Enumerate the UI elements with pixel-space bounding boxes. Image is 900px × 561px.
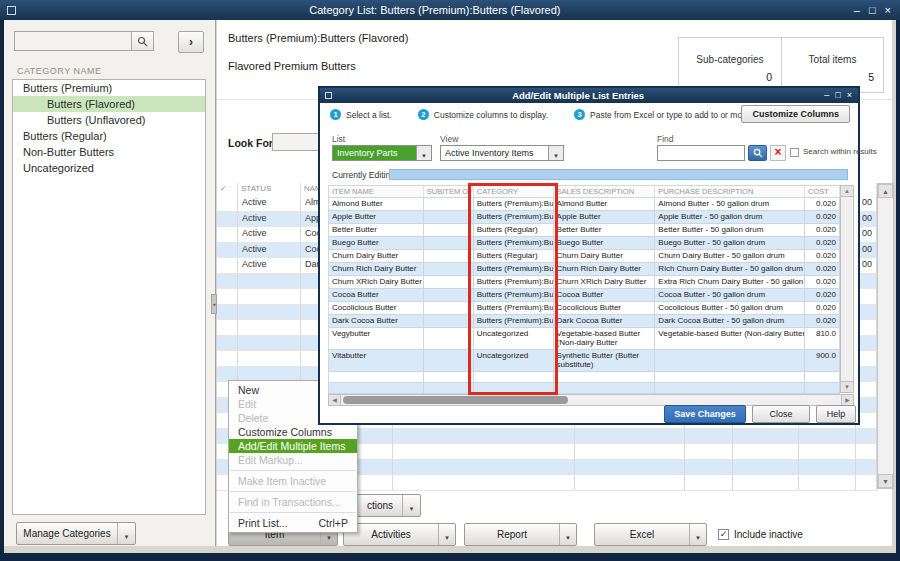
currently-editing-field[interactable] [389, 169, 848, 180]
grid-cell[interactable]: 0.020 [805, 263, 840, 276]
grid-cell[interactable]: Synthetic Butter (Butter substitute) [554, 350, 656, 372]
grid-cell[interactable]: Churn Rich Dairy Butter [329, 263, 424, 276]
grid-cell[interactable]: Vegybutter [329, 328, 424, 350]
grid-cell[interactable] [424, 315, 474, 328]
grid-row[interactable]: Churn XRich Dairy ButterButters (Premium… [329, 276, 840, 289]
grid-row[interactable]: Apple ButterButters (Premium):Bu...Apple… [329, 211, 840, 224]
grid-cell[interactable]: Churn Dairy Butter [329, 250, 424, 263]
grid-cell[interactable]: Vegetable-based Butter (Non-dairy Butter… [554, 328, 656, 350]
grid-cell[interactable]: Butters (Regular) [474, 250, 554, 263]
grid-cell[interactable] [424, 350, 474, 372]
dialog-minimize-button[interactable]: – [824, 91, 829, 100]
grid-cell[interactable]: Dark Cocoa Butter [554, 315, 656, 328]
chevron-down-icon[interactable] [416, 146, 431, 160]
grid-cell[interactable]: Uncategorized [474, 350, 554, 372]
sidebar-item-butters-flavored-[interactable]: Butters (Flavored) [13, 96, 205, 112]
grid-cell[interactable]: 0.020 [805, 289, 840, 302]
close-dialog-button[interactable]: Close [752, 405, 810, 423]
view-dropdown[interactable]: Active Inventory Items [440, 145, 564, 161]
grid-cell[interactable]: Uncategorized [474, 328, 554, 350]
maximize-button[interactable]: □ [869, 5, 876, 16]
grid-cell[interactable]: Cocoa Butter - 50 gallon drum [655, 289, 805, 302]
report-button[interactable]: Report [464, 523, 577, 546]
grid-cell[interactable]: Butters (Premium):Bu... [474, 276, 554, 289]
grid-cell[interactable]: Almond Butter [554, 198, 656, 211]
dialog-close-button[interactable]: × [847, 91, 852, 100]
manage-categories-button[interactable]: Manage Categories [16, 522, 136, 545]
grid-cell[interactable]: Cocolicious Butter - 50 gallon drum [655, 302, 805, 315]
grid-cell[interactable]: 0.020 [805, 315, 840, 328]
scroll-left-icon[interactable]: ◀ [329, 395, 341, 405]
grid-cell[interactable]: Buego Butter [329, 237, 424, 250]
grid-row[interactable]: Churn Rich Dairy ButterButters (Premium)… [329, 263, 840, 276]
menu-item-customize-columns[interactable]: Customize Columns [229, 425, 357, 439]
grid-cell[interactable]: Cocoa Butter [329, 289, 424, 302]
grid-cell[interactable]: Butters (Premium):Bu... [474, 211, 554, 224]
grid-cell[interactable] [424, 276, 474, 289]
grid-cell[interactable]: Apple Butter [329, 211, 424, 224]
grid-cell[interactable]: Buego Butter - 50 gallon drum [655, 237, 805, 250]
vertical-scrollbar[interactable]: ▲ ▼ [877, 183, 894, 489]
sidebar-item-butters-regular-[interactable]: Butters (Regular) [13, 128, 205, 144]
chevron-down-icon[interactable] [438, 524, 455, 545]
grid-cell[interactable] [655, 350, 805, 372]
grid-row[interactable]: Almond ButterButters (Premium):Bu...Almo… [329, 198, 840, 211]
grid-cell[interactable]: Butters (Premium):Bu... [474, 289, 554, 302]
transactions-button[interactable]: ctions [357, 494, 421, 517]
activities-button[interactable]: Activities [343, 523, 456, 546]
grid-row[interactable]: Cocoa ButterButters (Premium):Bu...Cocoa… [329, 289, 840, 302]
chevron-down-icon[interactable] [402, 495, 420, 516]
grid-cell[interactable]: Butters (Premium):Bu... [474, 263, 554, 276]
grid-cell[interactable]: Cocoa Butter [554, 289, 656, 302]
grid-cell[interactable] [424, 198, 474, 211]
grid-cell[interactable]: Butters (Premium):Bu... [474, 302, 554, 315]
grid-cell[interactable]: Vitabutter [329, 350, 424, 372]
grid-cell[interactable]: Apple Butter - 50 gallon drum [655, 211, 805, 224]
grid-cell[interactable]: 810.0 [805, 328, 840, 350]
grid-cell[interactable]: Churn Dairy Butter [554, 250, 656, 263]
grid-row[interactable]: Buego ButterButters (Premium):Bu...Buego… [329, 237, 840, 250]
grid-cell[interactable] [424, 237, 474, 250]
find-input[interactable] [657, 145, 745, 161]
sidebar-item-butters-premium-[interactable]: Butters (Premium) [13, 80, 205, 96]
dialog-maximize-button[interactable]: □ [835, 91, 840, 100]
grid-cell[interactable]: 0.020 [805, 302, 840, 315]
grid-cell[interactable]: 0.020 [805, 224, 840, 237]
customize-columns-button[interactable]: Customize Columns [741, 105, 850, 123]
grid-cell[interactable]: Buego Butter [554, 237, 656, 250]
grid-cell[interactable]: 0.020 [805, 211, 840, 224]
grid-cell[interactable] [424, 211, 474, 224]
category-search-input[interactable] [14, 31, 132, 51]
grid-cell[interactable]: Dark Cocoa Butter [329, 315, 424, 328]
scroll-down-icon[interactable]: ▼ [841, 381, 853, 392]
close-button[interactable]: × [885, 5, 891, 16]
scroll-up-icon[interactable]: ▲ [878, 184, 893, 198]
grid-row[interactable]: VegybutterUncategorizedVegetable-based B… [329, 328, 840, 350]
find-clear-button[interactable] [770, 145, 786, 161]
chevron-down-icon[interactable] [689, 524, 706, 545]
grid-cell[interactable]: Better Butter - 50 gallon drum [655, 224, 805, 237]
scroll-down-icon[interactable]: ▼ [878, 474, 893, 488]
grid-row[interactable]: Cocolicious ButterButters (Premium):Bu..… [329, 302, 840, 315]
sidebar-item-butters-unflavored-[interactable]: Butters (Unflavored) [13, 112, 205, 128]
scroll-right-icon[interactable]: ▶ [841, 395, 853, 405]
grid-cell[interactable]: Apple Butter [554, 211, 656, 224]
grid-cell[interactable]: Cocolicious Butter [554, 302, 656, 315]
grid-cell[interactable]: Better Butter [329, 224, 424, 237]
grid-row[interactable]: Dark Cocoa ButterButters (Premium):Bu...… [329, 315, 840, 328]
grid-cell[interactable]: Churn Dairy Butter - 50 gallon drum [655, 250, 805, 263]
chevron-down-icon[interactable] [559, 524, 576, 545]
sidebar-item-uncategorized[interactable]: Uncategorized [13, 160, 205, 176]
grid-cell[interactable]: Vegetable-based Butter (Non-dairy Butter… [655, 328, 805, 350]
grid-cell[interactable]: 0.020 [805, 198, 840, 211]
minimize-button[interactable]: – [854, 5, 860, 16]
grid-cell[interactable]: 0.020 [805, 276, 840, 289]
grid-cell[interactable] [424, 302, 474, 315]
grid-cell[interactable]: 900.0 [805, 350, 840, 372]
menu-item-add-edit-multiple-items[interactable]: Add/Edit Multiple Items [229, 439, 357, 453]
grid-cell[interactable] [424, 289, 474, 302]
grid-cell[interactable]: Better Butter [554, 224, 656, 237]
grid-cell[interactable]: Butters (Premium):Bu... [474, 237, 554, 250]
scrollbar-thumb[interactable] [343, 396, 568, 404]
grid-cell[interactable]: Butters (Premium):Bu... [474, 198, 554, 211]
